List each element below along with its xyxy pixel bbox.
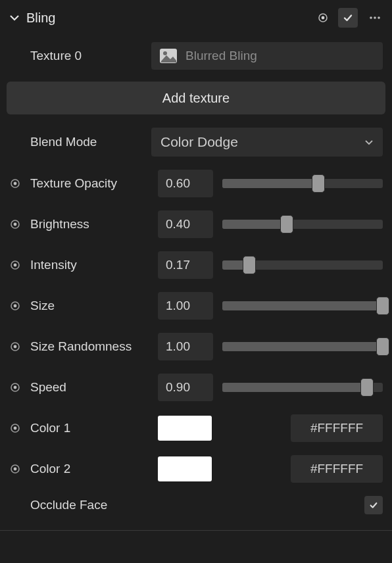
header-actions [317,8,383,28]
color1-row: Color 1 #FFFFFF [0,408,392,449]
svg-point-10 [14,223,17,226]
texture-row: Texture 0 Blurred Bling [0,36,392,76]
blend-mode-select[interactable]: Color Dodge [151,128,383,157]
texture-name: Blurred Bling [185,49,257,63]
panel-header: Bling [0,0,392,36]
size-row: Size 1.00 [0,285,392,326]
texture-opacity-label: Texture Opacity [30,176,149,191]
size-randomness-row: Size Randomness 1.00 [0,326,392,367]
keyframe-icon[interactable] [9,341,21,352]
blend-mode-value: Color Dodge [160,134,238,150]
svg-point-2 [370,16,372,19]
texture-opacity-slider[interactable] [222,176,383,191]
blend-mode-label: Blend Mode [30,135,142,149]
texture-field[interactable]: Blurred Bling [151,42,383,70]
image-icon [159,48,178,64]
brightness-label: Brightness [30,217,149,232]
color1-swatch[interactable] [158,416,212,441]
color2-label: Color 2 [30,462,149,476]
svg-point-20 [14,427,17,430]
color2-row: Color 2 #FFFFFF [0,449,392,489]
size-randomness-slider[interactable] [222,339,383,355]
intensity-row: Intensity 0.17 [0,245,392,285]
occlude-face-row: Occlude Face [0,489,392,521]
add-texture-label: Add texture [162,91,230,106]
size-slider[interactable] [222,298,383,314]
panel-title: Bling [26,11,310,26]
svg-point-12 [14,264,17,267]
brightness-slider[interactable] [222,216,383,232]
svg-point-22 [14,468,17,471]
svg-point-18 [14,386,17,389]
effect-panel: Bling Texture 0 Blurred Bling Add textur… [0,0,392,531]
size-randomness-label: Size Randomness [30,339,149,354]
brightness-input[interactable]: 0.40 [158,210,213,238]
texture-opacity-input[interactable]: 0.60 [158,170,213,197]
occlude-face-label: Occlude Face [30,498,355,512]
keyframe-icon[interactable] [317,12,329,24]
svg-point-1 [322,16,325,20]
size-randomness-input[interactable]: 1.00 [158,333,213,360]
divider [0,530,392,531]
add-texture-button[interactable]: Add texture [7,82,385,114]
blend-mode-row: Blend Mode Color Dodge [0,121,392,163]
texture-opacity-row: Texture Opacity 0.60 [0,163,392,204]
color2-hex[interactable]: #FFFFFF [291,455,383,483]
keyframe-icon[interactable] [9,178,21,189]
more-menu-icon[interactable] [367,12,383,23]
keyframe-icon[interactable] [9,464,21,474]
intensity-slider[interactable] [222,257,383,273]
brightness-row: Brightness 0.40 [0,204,392,245]
svg-point-8 [14,182,17,185]
speed-label: Speed [30,380,149,395]
svg-point-3 [374,16,376,19]
keyframe-icon[interactable] [9,219,21,230]
size-input[interactable]: 1.00 [158,292,213,320]
speed-slider[interactable] [222,379,383,395]
color1-hex[interactable]: #FFFFFF [291,414,383,442]
keyframe-icon[interactable] [9,382,21,393]
color1-label: Color 1 [30,421,149,435]
enable-toggle[interactable] [338,8,358,28]
svg-point-4 [378,16,380,19]
occlude-face-checkbox[interactable] [364,496,383,514]
collapse-toggle-icon[interactable] [9,12,20,23]
chevron-down-icon [364,137,374,147]
svg-point-16 [14,345,17,349]
intensity-input[interactable]: 0.17 [158,251,213,279]
svg-point-6 [163,51,167,55]
keyframe-icon[interactable] [9,423,21,433]
intensity-label: Intensity [30,258,149,272]
speed-row: Speed 0.90 [0,367,392,408]
svg-point-14 [14,305,17,308]
keyframe-icon[interactable] [9,301,21,311]
speed-input[interactable]: 0.90 [158,374,213,401]
keyframe-icon[interactable] [9,260,21,270]
texture-label: Texture 0 [30,49,142,63]
color2-swatch[interactable] [158,456,212,481]
size-label: Size [30,299,149,313]
